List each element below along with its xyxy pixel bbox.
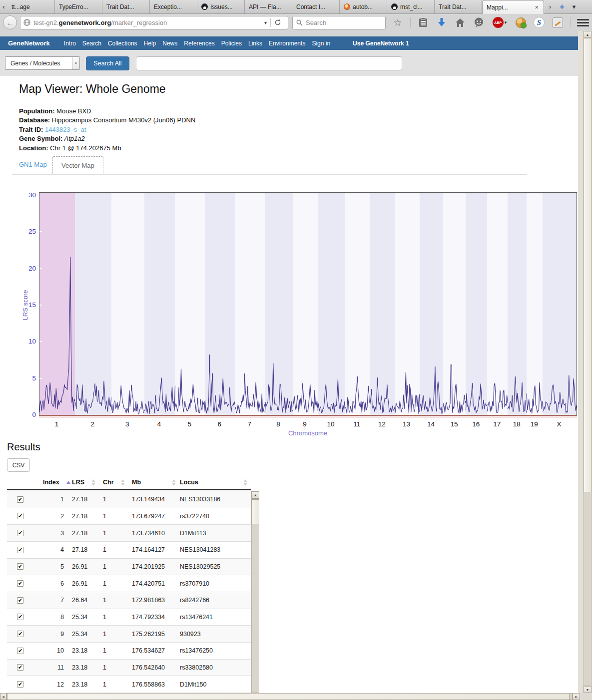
use-genenetwork1-link[interactable]: Use GeneNetwork 1 <box>353 40 409 47</box>
column-header-Locus[interactable]: Locus <box>180 475 251 489</box>
cell-lrs: 23.18 <box>72 681 103 688</box>
skype-button[interactable]: S <box>533 16 545 28</box>
row-checkbox[interactable]: ✔ <box>17 580 23 587</box>
page-scroll-up-button[interactable]: ▴ <box>584 31 592 38</box>
results-table-header: IndexLRSChrMbLocus <box>7 475 251 490</box>
info-value[interactable]: 1443823_s_at <box>43 126 86 133</box>
table-scroll-track[interactable] <box>251 499 259 693</box>
nav-item-policies[interactable]: Policies <box>221 40 242 47</box>
table-scroll-up-button[interactable]: ▴ <box>251 491 259 499</box>
row-checkbox[interactable]: ✔ <box>17 547 23 553</box>
browser-tab[interactable]: Trait Dat... <box>102 0 150 13</box>
cell-locus: NES13033186 <box>180 496 251 503</box>
new-tab-button[interactable]: + <box>556 0 568 13</box>
row-checkbox[interactable]: ✔ <box>17 631 23 637</box>
csv-export-button[interactable]: CSV <box>7 458 30 472</box>
row-checkbox-cell: ✔ <box>7 648 37 654</box>
notes-button[interactable] <box>552 16 564 28</box>
info-label: Database: <box>19 116 50 124</box>
browser-tab[interactable]: autob... <box>340 0 387 13</box>
browser-tab[interactable]: mst_cl... <box>387 0 435 13</box>
page-hscroll-thumb[interactable] <box>7 693 570 700</box>
row-checkbox-cell: ✔ <box>7 597 37 604</box>
page-horizontal-scrollbar[interactable]: ◂ ▸ <box>0 693 580 700</box>
cell-mb: 173.734610 <box>132 530 180 537</box>
row-checkbox[interactable]: ✔ <box>17 648 23 654</box>
site-brand[interactable]: GeneNetwork <box>8 39 50 47</box>
x-tick-12: 12 <box>372 420 392 428</box>
row-checkbox[interactable]: ✔ <box>17 681 23 688</box>
search-all-button[interactable]: Search All <box>86 56 129 70</box>
nav-item-search[interactable]: Search <box>82 40 101 47</box>
search-category-select[interactable]: Genes / Molecules ▾ <box>5 56 80 70</box>
browser-search-input[interactable] <box>306 19 376 26</box>
nav-item-intro[interactable]: Intro <box>64 40 76 47</box>
page-scroll-down-button[interactable]: ▾ <box>584 686 592 693</box>
downloads-button[interactable] <box>436 16 448 28</box>
back-button[interactable]: ← <box>3 15 17 29</box>
page-vertical-scrollbar[interactable]: ▴ ▾ <box>584 31 592 693</box>
cell-mb: 175.262195 <box>132 631 180 638</box>
browser-tab[interactable]: Exceptio... <box>150 0 197 13</box>
browser-tab[interactable]: tt...age <box>7 0 55 13</box>
table-scroll-thumb[interactable] <box>251 499 259 524</box>
nav-item-environments[interactable]: Environments <box>269 40 305 47</box>
tab-scroll-right-button[interactable]: › <box>544 0 556 13</box>
nav-item-help[interactable]: Help <box>144 40 156 47</box>
site-search-input[interactable] <box>136 56 402 70</box>
tab-scroll-left-button[interactable]: ‹ <box>0 0 7 13</box>
browser-tab[interactable]: Contact I... <box>292 0 340 13</box>
row-checkbox[interactable]: ✔ <box>17 563 23 570</box>
nav-item-collections[interactable]: Collections <box>108 40 137 47</box>
nav-item-sign-in[interactable]: Sign in <box>312 40 330 47</box>
tab-gn1-map[interactable]: GN1 Map <box>19 161 47 168</box>
table-row: ✔726.641172.981863rs8242766 <box>7 592 251 609</box>
column-header-Mb[interactable]: Mb <box>132 475 180 489</box>
tab-close-button[interactable]: × <box>534 3 540 11</box>
cell-locus: NES13041283 <box>180 546 251 553</box>
skype-icon: S <box>534 17 545 28</box>
x-tick-X: X <box>549 420 569 428</box>
row-checkbox[interactable]: ✔ <box>17 530 23 536</box>
nav-item-links[interactable]: Links <box>248 40 262 47</box>
site-nav: GeneNetwork IntroSearchCollectionsHelpNe… <box>0 36 578 50</box>
browser-search-field[interactable] <box>292 16 386 29</box>
browser-tab[interactable]: API — Fla... <box>245 0 292 13</box>
row-checkbox[interactable]: ✔ <box>17 597 23 604</box>
browser-tab[interactable]: Trait Dat... <box>435 0 482 13</box>
url-dropdown-caret[interactable]: ▾ <box>261 20 270 25</box>
sort-asc-icon <box>91 479 95 482</box>
info-value: Mouse BXD <box>55 107 91 115</box>
row-checkbox[interactable]: ✔ <box>17 496 23 503</box>
row-checkbox[interactable]: ✔ <box>17 664 23 671</box>
browser-tab[interactable]: TypeErro... <box>55 0 102 13</box>
column-header-Index[interactable]: Index <box>37 475 72 489</box>
home-button[interactable] <box>454 16 466 28</box>
bookmarks-button[interactable] <box>417 16 429 28</box>
page-scroll-right-button[interactable]: ▸ <box>573 693 580 700</box>
tab-vector-map[interactable]: Vector Map <box>52 156 103 174</box>
page-scroll-left-button[interactable]: ◂ <box>0 693 6 700</box>
tab-list-dropdown-button[interactable]: ▾ <box>568 0 580 13</box>
page-scroll-thumb[interactable] <box>584 38 592 492</box>
cookie-manager-button[interactable] <box>515 16 527 28</box>
column-header-Chr[interactable]: Chr <box>103 475 132 489</box>
nav-item-news[interactable]: News <box>162 40 177 47</box>
browser-tab[interactable]: Issues... <box>197 0 245 13</box>
cell-chr: 1 <box>103 580 132 587</box>
column-header-LRS[interactable]: LRS <box>72 475 103 489</box>
menu-button[interactable] <box>577 16 589 28</box>
reload-button[interactable] <box>271 19 285 26</box>
cell-lrs: 27.18 <box>72 530 103 537</box>
row-checkbox[interactable]: ✔ <box>17 614 23 620</box>
table-scrollbar[interactable]: ▴ <box>251 491 259 693</box>
column-label: Mb <box>132 479 141 486</box>
url-field[interactable]: test-gn2.genenetwork.org/marker_regressi… <box>20 16 288 29</box>
bookmark-star-button[interactable]: ☆ <box>392 16 404 28</box>
messenger-button[interactable] <box>473 16 485 28</box>
row-checkbox-cell: ✔ <box>7 631 37 637</box>
adblock-button[interactable]: ABP ▾ <box>491 16 508 28</box>
nav-item-references[interactable]: References <box>184 40 214 47</box>
browser-tab[interactable]: Mappi...× <box>482 0 544 14</box>
row-checkbox[interactable]: ✔ <box>17 513 23 519</box>
